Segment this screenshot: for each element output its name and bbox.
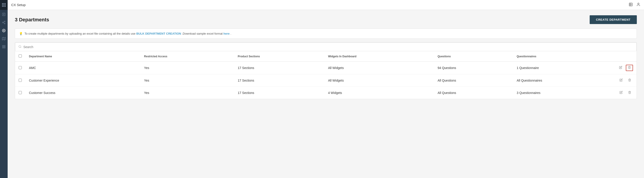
col-widgets-in-dashboard: Widgets In Dashboard <box>324 51 434 62</box>
here-link[interactable]: here <box>224 32 230 35</box>
delete-button-0[interactable] <box>626 65 633 71</box>
sidebar-item-grid[interactable] <box>0 43 8 51</box>
info-box: 💡 To create multiple departments by uplo… <box>15 29 637 39</box>
user-icon[interactable] <box>636 3 640 8</box>
svg-point-3 <box>4 23 5 24</box>
col-department-name: Department Name <box>25 51 140 62</box>
col-product-sections: Product Sections <box>234 51 324 62</box>
create-department-button[interactable]: CREATE DEPARTMENT <box>590 15 637 24</box>
cell-name-1: Customer Experience <box>25 74 140 87</box>
sidebar-item-settings[interactable] <box>0 27 8 35</box>
bulk-creation-link[interactable]: BULK DEPARTMENT CREATION <box>136 32 181 35</box>
cell-questions-2: All Questions <box>434 87 513 99</box>
cell-widgets-1: All Widgets <box>324 74 434 87</box>
cell-widgets-0: All Widgets <box>324 62 434 74</box>
delete-button-2[interactable] <box>626 90 633 96</box>
svg-marker-7 <box>2 37 6 40</box>
svg-rect-13 <box>4 47 5 48</box>
svg-point-6 <box>3 30 4 31</box>
info-text-middle: .Download sample excel format <box>182 32 224 35</box>
cell-name-2: Customer Success <box>25 87 140 99</box>
cell-restricted-1: Yes <box>140 74 234 87</box>
search-input[interactable] <box>23 45 633 49</box>
svg-rect-14 <box>629 3 632 6</box>
col-restricted-access: Restricted Access <box>140 51 234 62</box>
edit-button-0[interactable] <box>617 65 624 71</box>
table-icon[interactable] <box>629 3 633 8</box>
delete-button-1[interactable] <box>626 78 633 83</box>
cell-sections-2: 17 Sections <box>234 87 324 99</box>
svg-rect-10 <box>2 45 4 47</box>
cell-widgets-2: 4 Widgets <box>324 87 434 99</box>
sidebar-item-map[interactable] <box>0 35 8 43</box>
table-row: Customer Experience Yes 17 Sections All … <box>15 74 636 87</box>
search-bar <box>15 43 636 51</box>
departments-table-container: Department Name Restricted Access Produc… <box>15 42 637 99</box>
app-title: CX Setup <box>11 3 26 7</box>
page-content: 3 Departments CREATE DEPARTMENT 💡 To cre… <box>8 10 644 178</box>
sidebar-item-share[interactable] <box>0 19 8 27</box>
col-questions: Questions <box>434 51 513 62</box>
row-checkbox-1[interactable] <box>19 79 22 82</box>
topbar: CX Setup <box>8 0 644 10</box>
svg-point-1 <box>4 21 5 22</box>
cell-restricted-0: Yes <box>140 62 234 74</box>
sidebar <box>0 0 8 178</box>
svg-rect-11 <box>4 45 5 47</box>
row-checkbox-2[interactable] <box>19 91 22 94</box>
svg-line-5 <box>3 22 4 22</box>
page-title: 3 Departments <box>15 17 49 23</box>
svg-line-4 <box>3 23 4 23</box>
edit-button-2[interactable] <box>618 90 624 96</box>
info-text-before: To create multiple departments by upload… <box>24 32 136 35</box>
cell-questions-0: 94 Questions <box>434 62 513 74</box>
topbar-actions <box>629 3 640 8</box>
departments-table: Department Name Restricted Access Produc… <box>15 51 636 99</box>
cell-sections-1: 17 Sections <box>234 74 324 87</box>
page-header: 3 Departments CREATE DEPARTMENT <box>15 15 637 24</box>
svg-line-20 <box>21 47 21 48</box>
cell-sections-0: 17 Sections <box>234 62 324 74</box>
svg-point-19 <box>19 45 21 47</box>
info-text-after: . <box>230 32 231 35</box>
table-row: Customer Success Yes 17 Sections 4 Widge… <box>15 87 636 99</box>
sidebar-grid-icon[interactable] <box>0 0 8 10</box>
svg-point-2 <box>2 22 3 23</box>
svg-rect-12 <box>2 47 4 48</box>
cell-questionnaires-2: 3 Questionnaires <box>513 87 614 99</box>
main-content: CX Setup 3 Departments CREATE DEPARTMENT… <box>8 0 644 178</box>
cell-restricted-2: Yes <box>140 87 234 99</box>
select-all-checkbox[interactable] <box>19 54 22 58</box>
cell-questions-1: All Questions <box>434 74 513 87</box>
sidebar-item-reports[interactable] <box>0 10 8 19</box>
edit-button-1[interactable] <box>618 78 624 83</box>
col-questionnaires: Questionnaires <box>513 51 614 62</box>
cell-name-0: AMC <box>25 62 140 74</box>
svg-point-18 <box>638 3 639 4</box>
search-icon <box>18 45 22 49</box>
cell-questionnaires-0: 1 Questionnaire <box>513 62 614 74</box>
table-row: AMC Yes 17 Sections All Widgets 94 Quest… <box>15 62 636 74</box>
row-checkbox-0[interactable] <box>19 66 22 69</box>
cell-questionnaires-1: All Questionnaires <box>513 74 614 87</box>
bulb-icon: 💡 <box>19 32 23 35</box>
